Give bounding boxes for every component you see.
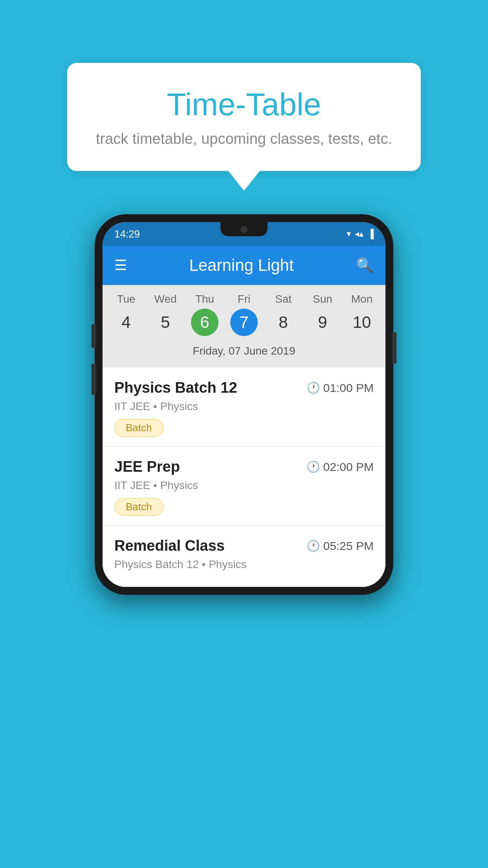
day-name-wed: Wed [148, 293, 183, 305]
schedule-item-2-title: JEE Prep [114, 458, 180, 475]
page-subtitle: track timetable, upcoming classes, tests… [91, 131, 397, 147]
schedule-item-1-badge: Batch [114, 419, 163, 437]
day-number-fri: 7 [230, 309, 258, 336]
schedule-list: Physics Batch 12 🕐 01:00 PM IIT JEE • Ph… [103, 368, 385, 587]
day-number-thu: 6 [191, 309, 218, 336]
schedule-item-2-badge: Batch [114, 498, 163, 516]
schedule-item-3-header: Remedial Class 🕐 05:25 PM [114, 537, 374, 554]
app-title: Learning Light [189, 256, 294, 275]
volume-down-button [92, 364, 96, 395]
clock-icon-2: 🕐 [306, 460, 320, 473]
day-name-fri: Fri [226, 293, 262, 305]
status-icons: ▾ ◂▴ ▐ [347, 229, 374, 239]
wifi-icon: ▾ [347, 229, 351, 239]
schedule-item-3-title: Remedial Class [114, 537, 225, 554]
speech-bubble-arrow [228, 171, 260, 191]
schedule-item-2[interactable]: JEE Prep 🕐 02:00 PM IIT JEE • Physics Ba… [103, 447, 385, 526]
clock-icon-3: 🕐 [306, 539, 320, 552]
schedule-item-2-subtitle: IIT JEE • Physics [114, 479, 374, 492]
calendar-day-sat[interactable]: Sat 8 [266, 293, 301, 336]
phone-mockup: 14:29 ▾ ◂▴ ▐ ☰ Learning Light 🔍 Tue [95, 214, 393, 595]
menu-icon[interactable]: ☰ [114, 258, 127, 272]
calendar-day-tue[interactable]: Tue 4 [108, 293, 144, 336]
day-number-tue: 4 [112, 309, 140, 336]
schedule-item-2-time: 🕐 02:00 PM [306, 460, 374, 474]
day-number-wed: 5 [152, 309, 179, 336]
battery-icon: ▐ [367, 229, 374, 239]
schedule-item-1-title: Physics Batch 12 [114, 379, 237, 396]
day-name-mon: Mon [344, 293, 380, 305]
schedule-item-3-time: 🕐 05:25 PM [306, 539, 374, 553]
schedule-item-3-subtitle: Physics Batch 12 • Physics [114, 558, 374, 571]
schedule-item-2-time-label: 02:00 PM [323, 460, 374, 474]
calendar-day-sun[interactable]: Sun 9 [305, 293, 340, 336]
phone-screen: 14:29 ▾ ◂▴ ▐ ☰ Learning Light 🔍 Tue [103, 222, 385, 587]
schedule-item-1-subtitle: IIT JEE • Physics [114, 400, 374, 413]
selected-date-label: Friday, 07 June 2019 [106, 340, 382, 364]
speech-bubble-container: Time-Table track timetable, upcoming cla… [67, 63, 421, 191]
search-icon[interactable]: 🔍 [356, 257, 374, 274]
day-name-thu: Thu [187, 293, 222, 305]
clock-icon-1: 🕐 [306, 381, 320, 394]
phone-frame: 14:29 ▾ ◂▴ ▐ ☰ Learning Light 🔍 Tue [95, 214, 393, 595]
schedule-item-1-time-label: 01:00 PM [323, 381, 374, 395]
schedule-item-1-time: 🕐 01:00 PM [306, 381, 374, 395]
schedule-item-2-header: JEE Prep 🕐 02:00 PM [114, 458, 374, 475]
day-number-mon: 10 [348, 309, 376, 336]
day-name-tue: Tue [108, 293, 144, 305]
day-number-sat: 8 [270, 309, 297, 336]
schedule-item-1-header: Physics Batch 12 🕐 01:00 PM [114, 379, 374, 396]
phone-notch [220, 222, 268, 236]
schedule-item-3[interactable]: Remedial Class 🕐 05:25 PM Physics Batch … [103, 526, 385, 587]
calendar-day-thu[interactable]: Thu 6 [187, 293, 222, 336]
calendar-day-fri[interactable]: Fri 7 [226, 293, 262, 336]
page-title: Time-Table [91, 86, 397, 123]
calendar-day-wed[interactable]: Wed 5 [148, 293, 183, 336]
app-bar: ☰ Learning Light 🔍 [103, 246, 385, 285]
calendar-days-row: Tue 4 Wed 5 Thu 6 Fri [106, 293, 382, 336]
speech-bubble: Time-Table track timetable, upcoming cla… [67, 63, 421, 171]
schedule-item-3-time-label: 05:25 PM [323, 539, 374, 553]
day-name-sat: Sat [266, 293, 301, 305]
status-time: 14:29 [114, 228, 140, 240]
power-button [392, 332, 396, 364]
schedule-item-1[interactable]: Physics Batch 12 🕐 01:00 PM IIT JEE • Ph… [103, 368, 385, 447]
day-number-sun: 9 [309, 309, 336, 336]
volume-up-button [92, 324, 96, 348]
signal-icon: ◂▴ [355, 229, 363, 239]
calendar-day-mon[interactable]: Mon 10 [344, 293, 380, 336]
calendar-strip: Tue 4 Wed 5 Thu 6 Fri [103, 285, 385, 368]
front-camera [240, 226, 248, 233]
day-name-sun: Sun [305, 293, 340, 305]
